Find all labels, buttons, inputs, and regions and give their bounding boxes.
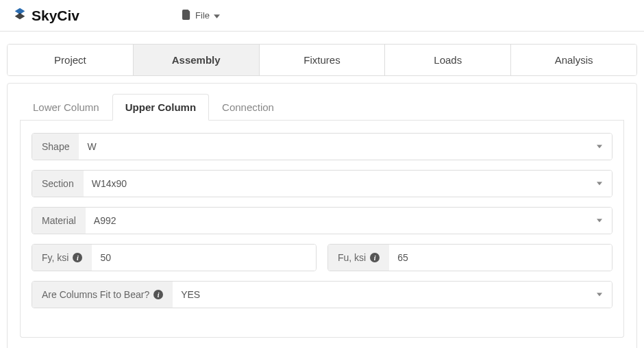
section-label: Section <box>32 171 84 197</box>
main-content: Project Assembly Fixtures Loads Analysis… <box>0 32 644 348</box>
material-label: Material <box>32 208 86 234</box>
shape-label: Shape <box>32 134 79 160</box>
material-value: A992 <box>86 208 612 234</box>
tab-fixtures[interactable]: Fixtures <box>260 45 386 75</box>
fit-label-text: Are Columns Fit to Bear? <box>42 289 149 300</box>
upper-column-form: Shape W Section W14x90 Material A992 <box>20 121 624 338</box>
tab-assembly[interactable]: Assembly <box>134 45 260 75</box>
material-field[interactable]: Material A992 <box>32 207 612 234</box>
file-menu[interactable]: File <box>182 10 220 22</box>
fit-to-bear-field[interactable]: Are Columns Fit to Bear? i YES <box>32 281 612 308</box>
section-value: W14x90 <box>84 171 612 197</box>
sub-tab-lower-column[interactable]: Lower Column <box>20 94 112 121</box>
section-field[interactable]: Section W14x90 <box>32 170 612 197</box>
fy-label: Fy, ksi i <box>32 245 92 271</box>
fit-value: YES <box>173 282 612 308</box>
tab-label: Loads <box>434 54 462 66</box>
info-icon[interactable]: i <box>370 253 380 262</box>
info-icon[interactable]: i <box>153 290 163 299</box>
topbar: SkyCiv File <box>0 0 644 32</box>
fy-label-text: Fy, ksi <box>42 252 69 263</box>
fu-label-text: Fu, ksi <box>338 252 366 263</box>
fy-value: 50 <box>92 245 316 271</box>
tab-label: Project <box>54 54 86 66</box>
tab-label: Assembly <box>172 54 221 66</box>
tab-project[interactable]: Project <box>8 45 134 75</box>
assembly-panel: Lower Column Upper Column Connection Sha… <box>7 83 637 348</box>
sub-tab-upper-column[interactable]: Upper Column <box>112 94 209 121</box>
sub-tab-label: Upper Column <box>125 101 196 113</box>
tab-loads[interactable]: Loads <box>385 45 511 75</box>
shape-value: W <box>79 134 612 160</box>
tab-label: Fixtures <box>304 54 340 66</box>
sub-tabs: Lower Column Upper Column Connection <box>20 93 624 121</box>
sub-tab-label: Lower Column <box>33 101 99 113</box>
fu-value: 65 <box>389 245 612 271</box>
brand-name: SkyCiv <box>32 8 79 24</box>
info-icon[interactable]: i <box>73 253 82 262</box>
tab-label: Analysis <box>555 54 593 66</box>
shape-field[interactable]: Shape W <box>32 133 612 160</box>
main-tabs: Project Assembly Fixtures Loads Analysis <box>7 44 637 76</box>
file-label: File <box>195 10 210 21</box>
chevron-down-icon <box>214 10 220 21</box>
brand-icon <box>12 6 27 25</box>
brand-logo: SkyCiv <box>12 6 79 25</box>
fu-label: Fu, ksi i <box>328 245 389 271</box>
sub-tab-connection[interactable]: Connection <box>209 94 287 121</box>
sub-tab-label: Connection <box>222 101 274 113</box>
file-icon <box>182 10 191 22</box>
fy-field[interactable]: Fy, ksi i 50 <box>32 244 317 271</box>
fit-label: Are Columns Fit to Bear? i <box>32 282 173 308</box>
fu-field[interactable]: Fu, ksi i 65 <box>327 244 612 271</box>
tab-analysis[interactable]: Analysis <box>511 45 636 75</box>
